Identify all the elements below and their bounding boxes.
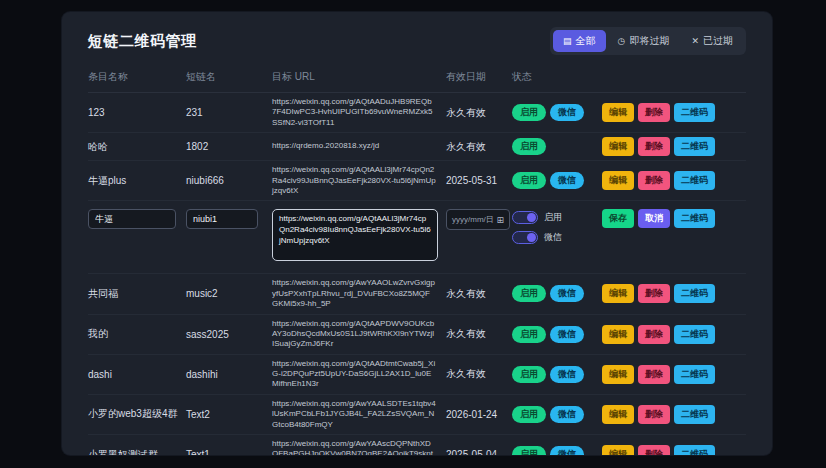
- table-row: 小罗的web3超级4群Text2https://weixin.qq.com/g/…: [88, 395, 746, 435]
- status-badge-enabled: 启用: [512, 446, 546, 455]
- target-url: https://qrdemo.2020818.xyz/jd: [272, 141, 446, 151]
- valid-date: 永久有效: [446, 140, 512, 154]
- delete-button[interactable]: 删除: [638, 137, 670, 156]
- edit-button[interactable]: 编辑: [602, 405, 634, 424]
- filter-button[interactable]: ✕已过期: [681, 30, 743, 52]
- column-header: 状态: [512, 70, 602, 84]
- valid-date: 永久有效: [446, 327, 512, 341]
- row-actions: 编辑删除二维码: [602, 405, 746, 424]
- target-url: https://weixin.qq.com/g/AwYAALSDTEs1tqbv…: [272, 399, 446, 430]
- target-url: https://weixin.qq.com/g/AQtAALl3jMr74cpQ…: [272, 165, 446, 196]
- edit-button[interactable]: 编辑: [602, 325, 634, 344]
- clock-icon: ◷: [618, 37, 626, 46]
- calendar-icon: ⊞: [496, 215, 504, 225]
- valid-date: 永久有效: [446, 367, 512, 381]
- filter-button[interactable]: ▤全部: [553, 30, 606, 52]
- delete-button[interactable]: 删除: [638, 365, 670, 384]
- toggle-group: 启用微信: [512, 209, 602, 244]
- edit-button[interactable]: 编辑: [602, 103, 634, 122]
- short-name: 1802: [186, 141, 272, 152]
- status-badges: 启用微信: [512, 406, 602, 423]
- table-row: dashidashihihttps://weixin.qq.com/g/AQtA…: [88, 355, 746, 395]
- edit-actions: 保存取消二维码: [602, 209, 746, 228]
- short-name: Text2: [186, 409, 272, 420]
- qr-code-button[interactable]: 二维码: [674, 325, 715, 344]
- row-actions: 编辑删除二维码: [602, 284, 746, 303]
- row-actions: 编辑删除二维码: [602, 171, 746, 190]
- edit-button[interactable]: 编辑: [602, 137, 634, 156]
- status-badge-wechat: 微信: [550, 285, 584, 302]
- target-url-textarea[interactable]: [272, 209, 438, 261]
- entry-name: dashi: [88, 369, 186, 380]
- qr-code-button[interactable]: 二维码: [674, 209, 715, 228]
- target-url: https://weixin.qq.com/g/AwYAAOLwZvrvGxig…: [272, 278, 446, 309]
- page-title: 短链二维码管理: [88, 32, 197, 51]
- qr-code-button[interactable]: 二维码: [674, 103, 715, 122]
- entry-name: 共同福: [88, 287, 186, 301]
- valid-date: 2026-01-24: [446, 409, 512, 420]
- table-row: 牛逼plusniubi666https://weixin.qq.com/g/AQ…: [88, 161, 746, 201]
- delete-button[interactable]: 删除: [638, 445, 670, 455]
- date-input[interactable]: yyyy/mm/日⊞: [446, 209, 510, 230]
- valid-date: 2025-05-31: [446, 175, 512, 186]
- table-row: 哈哈1802https://qrdemo.2020818.xyz/jd永久有效启…: [88, 133, 746, 161]
- enable-toggle[interactable]: [512, 211, 538, 224]
- toggle-row: 微信: [512, 231, 602, 244]
- status-badge-wechat: 微信: [550, 172, 584, 189]
- edit-button[interactable]: 编辑: [602, 284, 634, 303]
- filter-label: 即将过期: [629, 34, 669, 48]
- close-icon: ✕: [691, 37, 699, 46]
- status-badge-wechat: 微信: [550, 406, 584, 423]
- target-url: https://weixin.qq.com/g/AQtAADtmtCwab5j_…: [272, 359, 446, 390]
- filter-label: 已过期: [703, 34, 733, 48]
- qr-code-button[interactable]: 二维码: [674, 171, 715, 190]
- entry-name: 小罗的web3超级4群: [88, 407, 186, 421]
- entry-name: 牛逼plus: [88, 174, 186, 188]
- status-badge-wechat: 微信: [550, 446, 584, 455]
- valid-date: 2025-05-04: [446, 449, 512, 455]
- qr-code-button[interactable]: 二维码: [674, 284, 715, 303]
- qr-code-button[interactable]: 二维码: [674, 365, 715, 384]
- short-name: dashihi: [186, 369, 272, 380]
- status-badge-enabled: 启用: [512, 104, 546, 121]
- qr-code-button[interactable]: 二维码: [674, 137, 715, 156]
- delete-button[interactable]: 删除: [638, 325, 670, 344]
- toggle-row: 启用: [512, 211, 602, 224]
- status-badge-wechat: 微信: [550, 104, 584, 121]
- menu-icon: ▤: [563, 37, 572, 46]
- status-badge-enabled: 启用: [512, 138, 546, 155]
- qr-code-button[interactable]: 二维码: [674, 405, 715, 424]
- table-header-row: 条目名称短链名目标 URL有效日期状态: [88, 64, 746, 93]
- status-badge-wechat: 微信: [550, 326, 584, 343]
- status-badges: 启用微信: [512, 366, 602, 383]
- entry-name: 小罗黑奴测试群: [88, 448, 186, 455]
- qr-code-button[interactable]: 二维码: [674, 445, 715, 455]
- date-placeholder: yyyy/mm/日: [452, 214, 494, 225]
- delete-button[interactable]: 删除: [638, 284, 670, 303]
- toggle-knob: [527, 213, 536, 222]
- status-badges: 启用微信: [512, 172, 602, 189]
- column-header: 短链名: [186, 70, 272, 84]
- cancel-button[interactable]: 取消: [638, 209, 670, 228]
- row-actions: 编辑删除二维码: [602, 445, 746, 455]
- status-badges: 启用微信: [512, 285, 602, 302]
- status-badge-wechat: 微信: [550, 366, 584, 383]
- short-name-input[interactable]: [186, 209, 258, 229]
- row-actions: 编辑删除二维码: [602, 365, 746, 384]
- short-name: Text1: [186, 449, 272, 455]
- delete-button[interactable]: 删除: [638, 103, 670, 122]
- edit-button[interactable]: 编辑: [602, 171, 634, 190]
- delete-button[interactable]: 删除: [638, 171, 670, 190]
- filter-button[interactable]: ◷即将过期: [608, 30, 680, 52]
- save-button[interactable]: 保存: [602, 209, 634, 228]
- entry-name-input[interactable]: [88, 209, 176, 229]
- valid-date: 永久有效: [446, 106, 512, 120]
- entry-name: 123: [88, 107, 186, 118]
- edit-button[interactable]: 编辑: [602, 445, 634, 455]
- table-row: 共同福music2https://weixin.qq.com/g/AwYAAOL…: [88, 274, 746, 314]
- delete-button[interactable]: 删除: [638, 405, 670, 424]
- wechat-toggle[interactable]: [512, 231, 538, 244]
- row-actions: 编辑删除二维码: [602, 103, 746, 122]
- status-badge-enabled: 启用: [512, 406, 546, 423]
- edit-button[interactable]: 编辑: [602, 365, 634, 384]
